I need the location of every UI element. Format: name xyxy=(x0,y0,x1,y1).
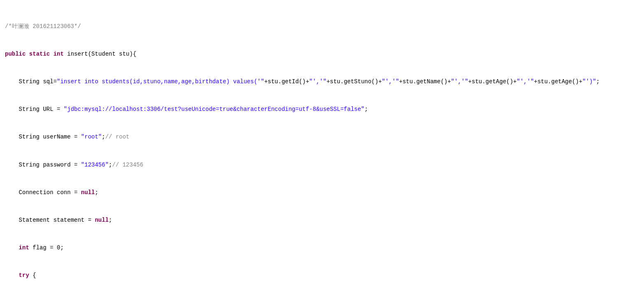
line-password: String password = "123456";// 123456 xyxy=(5,160,639,169)
line-conn-decl: Connection conn = null; xyxy=(5,188,639,197)
line-method-signature: public static int insert(Student stu){ xyxy=(5,49,639,59)
line-sql: String sql="insert into students(id,stun… xyxy=(5,77,639,86)
line-int-flag: int flag = 0; xyxy=(5,243,639,252)
line-comment: /*叶澜浟 201621123063*/ xyxy=(5,22,639,31)
line-username: String userName = "root";// root xyxy=(5,132,639,141)
line-url: String URL = "jdbc:mysql://localhost:330… xyxy=(5,105,639,114)
line-try-open: try { xyxy=(5,271,639,280)
code-editor: /*叶澜浟 201621123063*/ public static int i… xyxy=(0,0,644,291)
line-statement-decl: Statement statement = null; xyxy=(5,216,639,225)
